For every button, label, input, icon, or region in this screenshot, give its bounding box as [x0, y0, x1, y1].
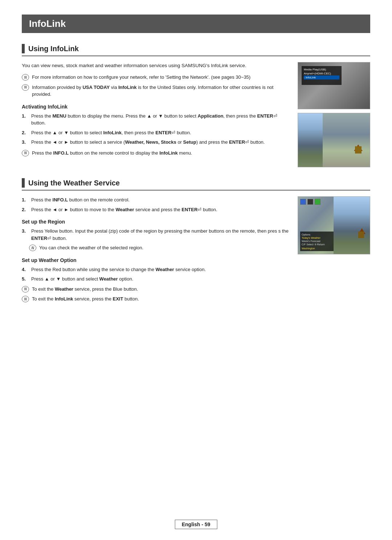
- note-icon-infolink: N: [22, 150, 29, 156]
- note-icon-region: N: [29, 245, 36, 251]
- weather-note-2: N To exit the InfoLink service, press th…: [22, 295, 290, 303]
- screenshot-2: [298, 113, 370, 167]
- section1-intro: You can view news, stock market and weat…: [22, 62, 290, 69]
- weather-step-1-num: 1.: [22, 196, 28, 204]
- screenshot-2-bg: [298, 113, 370, 167]
- sub-heading-activating: Activating InfoLink: [22, 104, 290, 110]
- main-title-bar: InfoLink: [22, 15, 370, 33]
- option-step-5-num: 5.: [22, 275, 28, 283]
- footer-text: English - 59: [182, 521, 211, 527]
- beach-scene: [323, 113, 370, 167]
- step-3: 3. Press the ◄ or ► button to select a s…: [22, 139, 290, 146]
- screenshot-1-bg: Media Play(USB) Anynet+(HDMI-CEC) - Info…: [298, 62, 370, 109]
- weather-note-1-text: To exit the Weather service, press the B…: [32, 286, 138, 293]
- icon-stocks: [315, 199, 320, 205]
- section2-heading-container: Using the Weather Service: [22, 178, 370, 191]
- sub-heading-option: Set up Weather Option: [22, 257, 290, 263]
- step-2-text: Press the ▲ or ▼ button to select InfoLi…: [31, 129, 191, 136]
- menu-line-1: Media Play(USB): [304, 68, 339, 71]
- note-infolink-button: N Press the INFO.L button on the remote …: [22, 150, 290, 157]
- steps-option: 4. Press the Red button while using the …: [22, 266, 290, 283]
- icon-weather: [300, 199, 306, 205]
- weather-step-1: 1. Press the INFO.L button on the remote…: [22, 196, 290, 204]
- option-step-4-text: Press the Red button while using the ser…: [31, 266, 206, 273]
- region-step-3-text: Press Yellow button. Input the postal (z…: [31, 228, 290, 242]
- wm-location: Washington: [302, 246, 332, 250]
- region-note-text: You can check the weather of the selecte…: [39, 244, 143, 251]
- wm-forecast: Week's Forecast: [302, 240, 332, 243]
- page-wrapper: InfoLink Using InfoLink You can view new…: [0, 0, 392, 540]
- note-icon-2: N: [22, 84, 29, 91]
- section1-note-2: N Information provided by USA TODAY via …: [22, 84, 290, 98]
- beach-hut-body: [355, 146, 362, 154]
- steps-activating: 1. Press the MENU button to display the …: [22, 112, 290, 146]
- section1-content: You can view news, stock market and weat…: [22, 62, 290, 167]
- wm-return: C/F Select ⑤ Return: [302, 243, 332, 246]
- main-title: InfoLink: [29, 18, 363, 29]
- screenshot-2-container: [298, 113, 370, 167]
- step-1-num: 1.: [22, 112, 28, 120]
- section2-layout: 1. Press the INFO.L button on the remote…: [22, 196, 370, 306]
- section1-note-1: N For more information on how to configu…: [22, 74, 290, 81]
- page-footer: English - 59: [175, 520, 217, 529]
- weather-step-2-text: Press the ◄ or ► button to move to the W…: [31, 206, 217, 213]
- step-1: 1. Press the MENU button to display the …: [22, 112, 290, 127]
- note-infolink-text: Press the INFO.L button on the remote co…: [32, 150, 192, 157]
- wm-options: Options: [302, 233, 332, 236]
- menu-line-4: [304, 79, 339, 83]
- section2-heading-bar: [22, 178, 25, 188]
- option-step-4: 4. Press the Red button while using the …: [22, 266, 290, 273]
- sub-heading-region: Set up the Region: [22, 219, 290, 225]
- section-weather: Using the Weather Service 1. Press the I…: [22, 178, 370, 306]
- step-2-num: 2.: [22, 129, 28, 136]
- note-icon-w1: N: [22, 286, 29, 292]
- note-icon-w2: N: [22, 296, 29, 302]
- menu-overlay-1: Media Play(USB) Anynet+(HDMI-CEC) - Info…: [302, 66, 342, 85]
- option-step-4-num: 4.: [22, 266, 28, 273]
- steps-region: 3. Press Yellow button. Input the postal…: [22, 228, 290, 242]
- region-note: N You can check the weather of the selec…: [29, 244, 290, 251]
- weather-step-1-text: Press the INFO.L button on the remote co…: [31, 196, 130, 204]
- section1-heading: Using InfoLink: [28, 45, 79, 53]
- option-step-5: 5. Press ▲ or ▼ button and select Weathe…: [22, 275, 290, 283]
- hut-body: [358, 232, 364, 238]
- weather-note-1: N To exit the Weather service, press the…: [22, 286, 290, 293]
- screenshot-1: Media Play(USB) Anynet+(HDMI-CEC) - Info…: [298, 62, 370, 109]
- weather-note-2-text: To exit the InfoLink service, press the …: [32, 295, 139, 303]
- section-infolink: Using InfoLink You can view news, stock …: [22, 44, 370, 167]
- region-step-3: 3. Press Yellow button. Input the postal…: [22, 228, 290, 242]
- section1-note-1-text: For more information on how to configure…: [32, 74, 250, 81]
- top-icon-bar: [300, 199, 320, 205]
- section2-heading: Using the Weather Service: [28, 179, 120, 187]
- wm-today: Today's Weather: [302, 236, 332, 240]
- screenshot-3: Options Today's Weather Week's Forecast …: [298, 196, 370, 254]
- weather-step-2: 2. Press the ◄ or ► button to move to th…: [22, 206, 290, 213]
- option-step-5-text: Press ▲ or ▼ button and select Weather o…: [31, 275, 133, 283]
- beach-inset: [334, 197, 370, 254]
- menu-line-2: Anynet+(HDMI-CEC): [304, 71, 339, 75]
- step-1-text: Press the MENU button to display the men…: [31, 112, 290, 127]
- menu-line-3: - InfoLink: [304, 75, 339, 79]
- step-3-text: Press the ◄ or ► button to select a serv…: [31, 139, 265, 146]
- section1-heading-bar: [22, 44, 25, 53]
- screenshot-3-bg: Options Today's Weather Week's Forecast …: [298, 197, 370, 254]
- section1-note-2-text: Information provided by USA TODAY via In…: [32, 84, 290, 98]
- weather-menu-overlay: Options Today's Weather Week's Forecast …: [300, 232, 334, 251]
- region-step-3-num: 3.: [22, 228, 28, 235]
- icon-news: [307, 199, 313, 205]
- section1-layout: You can view news, stock market and weat…: [22, 62, 370, 167]
- step-2: 2. Press the ▲ or ▼ button to select Inf…: [22, 129, 290, 136]
- steps-weather-intro: 1. Press the INFO.L button on the remote…: [22, 196, 290, 213]
- section1-heading-container: Using InfoLink: [22, 44, 370, 56]
- section2-content: 1. Press the INFO.L button on the remote…: [22, 196, 290, 306]
- step-3-num: 3.: [22, 139, 28, 146]
- section1-image: Media Play(USB) Anynet+(HDMI-CEC) - Info…: [298, 62, 370, 167]
- weather-step-2-num: 2.: [22, 206, 28, 213]
- note-icon-1: N: [22, 74, 29, 81]
- section2-image: Options Today's Weather Week's Forecast …: [298, 196, 370, 306]
